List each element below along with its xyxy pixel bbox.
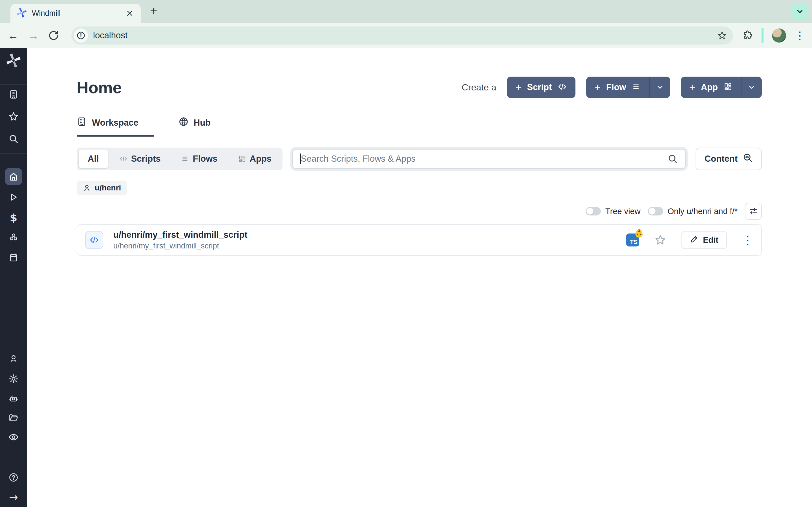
only-owner-toggle-group: Only u/henri and f/* [648, 207, 738, 216]
text-caret [300, 154, 301, 164]
app-sidebar: $ → [0, 48, 27, 507]
sidebar-item-audit-logs[interactable] [8, 432, 19, 443]
plus-icon: + [595, 82, 601, 93]
tab-hub[interactable]: Hub [179, 117, 211, 136]
code-icon [557, 82, 567, 93]
new-tab-button[interactable]: + [147, 4, 161, 18]
reload-button[interactable] [46, 23, 61, 48]
windmill-favicon [17, 8, 27, 19]
main-panel: Home Create a + Script [27, 48, 812, 507]
browser-profile-avatar[interactable] [772, 29, 786, 43]
item-title: u/henri/my_first_windmill_script [113, 230, 247, 240]
flow-dropdown-chevron[interactable] [650, 83, 670, 91]
sidebar-item-variables[interactable]: $ [10, 212, 17, 224]
url-text[interactable]: localhost [93, 31, 717, 41]
filter-all[interactable]: All [79, 150, 108, 168]
windmill-logo[interactable] [6, 53, 21, 68]
item-path: u/henri/my_first_windmill_script [113, 242, 247, 250]
browser-tabstrip: Windmill + [0, 0, 812, 23]
building-icon [77, 117, 87, 129]
only-owner-toggle[interactable] [648, 207, 663, 216]
sidebar-divider [0, 154, 27, 154]
baby-emoji-badge: 👶 [635, 229, 644, 238]
app-dropdown-chevron[interactable] [742, 83, 762, 91]
sidebar-item-help[interactable] [8, 472, 18, 483]
browser-tab[interactable]: Windmill [10, 4, 141, 23]
tree-view-toggle-group: Tree view [586, 207, 641, 216]
script-code-icon [85, 231, 103, 249]
browser-chrome: Windmill + ← → localhost [0, 0, 812, 48]
sidebar-item-folders[interactable] [8, 413, 18, 423]
sidebar-item-favorites[interactable] [8, 111, 19, 122]
filter-apps[interactable]: Apps [229, 150, 281, 168]
layout-grid-icon [723, 82, 732, 93]
sidebar-item-home[interactable] [5, 168, 22, 185]
sidebar-item-search[interactable] [8, 134, 18, 144]
workspace-hub-tabs: Workspace Hub [77, 117, 762, 136]
flow-lines-icon [181, 155, 190, 163]
toolbar-separator [762, 28, 763, 43]
flow-lines-icon [632, 82, 641, 93]
sidebar-divider [0, 84, 27, 84]
edit-button[interactable]: Edit [681, 231, 727, 249]
extensions-puzzle-icon[interactable] [743, 30, 753, 41]
filter-flows[interactable]: Flows [172, 150, 227, 168]
tab-workspace[interactable]: Workspace [77, 117, 154, 136]
typescript-badge: TS 👶 [626, 233, 639, 246]
sidebar-expand-arrow[interactable]: → [9, 491, 18, 503]
favorite-star-icon[interactable] [654, 234, 666, 246]
item-menu-icon[interactable]: ⋮ [742, 234, 753, 245]
tab-close-icon[interactable] [125, 8, 135, 18]
plus-icon: + [515, 82, 521, 93]
search-code-icon [743, 153, 753, 165]
back-button[interactable]: ← [5, 23, 21, 48]
search-wrapper [290, 147, 688, 171]
pencil-icon [690, 235, 698, 245]
create-script-button[interactable]: + Script [507, 76, 575, 98]
script-list-item[interactable]: u/henri/my_first_windmill_script u/henri… [77, 224, 762, 256]
plus-icon: + [689, 82, 695, 93]
filter-scripts[interactable]: Scripts [110, 150, 170, 168]
code-icon [119, 155, 128, 163]
browser-toolbar: ← → localhost ⋮ [0, 23, 812, 48]
browser-menu-icon[interactable]: ⋮ [795, 29, 805, 42]
sidebar-item-workers[interactable] [8, 393, 18, 404]
sidebar-item-schedules[interactable] [9, 252, 18, 262]
tab-search-chevron-button[interactable] [792, 4, 808, 19]
user-icon [83, 184, 91, 192]
create-app-button[interactable]: + App [681, 76, 762, 98]
tree-view-toggle[interactable] [586, 207, 601, 216]
globe-icon [179, 117, 189, 129]
list-settings-button[interactable] [745, 203, 762, 220]
tab-title: Windmill [32, 9, 120, 18]
page-title: Home [77, 78, 121, 97]
create-flow-button[interactable]: + Flow [586, 76, 670, 98]
bookmark-star-icon[interactable] [717, 31, 727, 40]
sidebar-item-settings[interactable] [8, 374, 18, 384]
search-icon [667, 154, 678, 164]
site-info-icon[interactable] [74, 29, 88, 43]
owner-chip[interactable]: u/henri [77, 181, 127, 195]
sidebar-item-resources[interactable] [8, 232, 18, 242]
layout-grid-icon [238, 155, 246, 163]
sidebar-item-runs[interactable] [9, 192, 18, 202]
kind-filter-pills: All Scripts Flows [77, 148, 283, 170]
forward-button[interactable]: → [26, 23, 41, 48]
url-bar[interactable]: localhost [71, 26, 733, 45]
search-input[interactable] [292, 149, 686, 169]
sidebar-item-workspace[interactable] [8, 89, 18, 100]
sidebar-item-users[interactable] [9, 354, 18, 363]
create-a-label: Create a [462, 82, 496, 93]
content-search-button[interactable]: Content [696, 148, 762, 170]
